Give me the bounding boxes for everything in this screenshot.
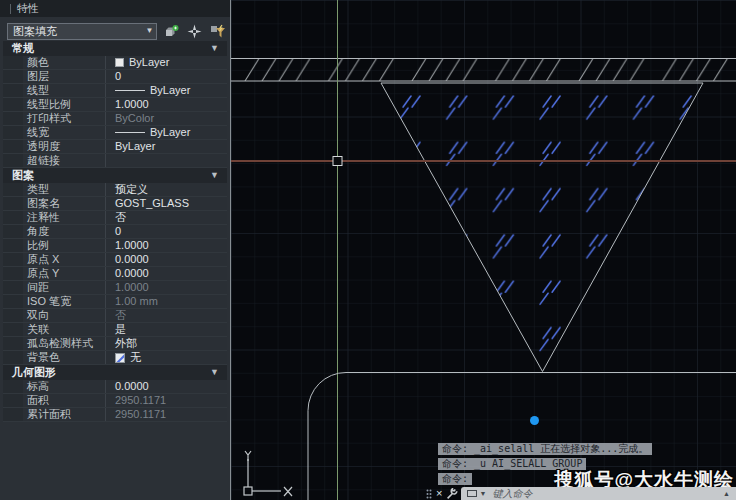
property-row[interactable]: 图案名GOST_GLASS xyxy=(3,197,227,211)
property-row[interactable]: 间距1.0000 xyxy=(3,281,227,295)
property-label: 背景色 xyxy=(3,351,106,364)
drag-handle-icon[interactable] xyxy=(426,489,432,499)
section-header[interactable]: 几何图形▼ xyxy=(3,365,227,380)
property-row[interactable]: 面积2950.1171 xyxy=(3,394,227,408)
property-row[interactable]: 原点 X0.0000 xyxy=(3,253,227,267)
property-row[interactable]: 线型比例1.0000 xyxy=(3,98,227,112)
property-row[interactable]: 线宽ByLayer xyxy=(3,126,227,140)
property-row[interactable]: 关联是 xyxy=(3,323,227,337)
chevron-down-icon: ▼ xyxy=(479,490,486,497)
quick-select-button[interactable] xyxy=(209,22,226,40)
property-row[interactable]: 图层0 xyxy=(3,70,227,84)
property-value[interactable]: 2950.1171 xyxy=(106,408,227,421)
drawing-geometry[interactable] xyxy=(231,0,736,500)
property-row[interactable]: 孤岛检测样式外部 xyxy=(3,337,227,351)
property-row[interactable]: 背景色无 xyxy=(3,351,227,365)
property-value-text: 0.0000 xyxy=(115,380,149,393)
property-row[interactable]: 原点 Y0.0000 xyxy=(3,267,227,281)
color-swatch-icon xyxy=(115,58,124,67)
property-value[interactable]: 外部 xyxy=(106,337,227,350)
command-input[interactable]: ▼ 键入命令 ▲ xyxy=(461,487,736,500)
palette-grip[interactable] xyxy=(10,4,11,14)
property-label: 线型 xyxy=(3,84,106,97)
property-label: 线宽 xyxy=(3,126,106,139)
property-value-text: 2950.1171 xyxy=(115,394,166,407)
drawing-canvas[interactable] xyxy=(231,0,736,500)
property-value-text: 0.0000 xyxy=(115,253,149,266)
chevron-down-icon[interactable]: ▼ xyxy=(210,365,219,380)
linetype-preview-icon xyxy=(115,132,145,133)
property-value[interactable]: 0 xyxy=(106,225,227,238)
section-header[interactable]: 图案▼ xyxy=(3,168,227,183)
property-value-text: 无 xyxy=(130,351,141,364)
property-label: 面积 xyxy=(3,394,106,407)
property-value-text: 预定义 xyxy=(115,183,148,196)
select-objects-icon xyxy=(187,24,202,39)
property-value[interactable]: 0.0000 xyxy=(106,380,227,393)
property-value[interactable]: ByLayer xyxy=(106,126,227,139)
toggle-pickadd-button[interactable] xyxy=(163,22,180,40)
recent-commands-button[interactable]: ▼ xyxy=(467,490,486,497)
property-row[interactable]: 角度0 xyxy=(3,225,227,239)
property-value[interactable]: ByColor xyxy=(106,112,227,125)
property-row[interactable]: 超链接 xyxy=(3,154,227,168)
property-value[interactable]: 是 xyxy=(106,323,227,336)
background-color-swatch-icon xyxy=(115,353,125,363)
quick-select-icon xyxy=(210,24,226,39)
property-value[interactable]: ByLayer xyxy=(106,56,227,69)
property-value-text: ByLayer xyxy=(129,56,169,69)
property-value-text: 1.00 mm xyxy=(115,295,158,308)
property-value[interactable]: 无 xyxy=(106,351,227,364)
property-row[interactable]: 比例1.0000 xyxy=(3,239,227,253)
property-row[interactable]: 类型预定义 xyxy=(3,183,227,197)
property-label: 原点 X xyxy=(3,253,106,266)
property-value[interactable]: 1.0000 xyxy=(106,98,227,111)
property-value[interactable]: 1.00 mm xyxy=(106,295,227,308)
chevron-down-icon[interactable]: ▼ xyxy=(146,27,154,35)
property-value[interactable]: GOST_GLASS xyxy=(106,197,227,210)
object-type-value: 图案填充 xyxy=(13,24,57,39)
close-icon[interactable]: × xyxy=(435,488,443,499)
property-value[interactable]: 2950.1171 xyxy=(106,394,227,407)
section-header[interactable]: 常规▼ xyxy=(3,41,227,56)
property-value[interactable]: 0.0000 xyxy=(106,253,227,266)
property-row[interactable]: 打印样式ByColor xyxy=(3,112,227,126)
wrench-icon[interactable] xyxy=(446,488,458,500)
property-value[interactable]: 否 xyxy=(106,211,227,224)
property-value-text: ByLayer xyxy=(150,126,190,139)
command-history-line: 命令: _ai_selall 正在选择对象...完成。 xyxy=(438,443,652,455)
property-label: 图层 xyxy=(3,70,106,83)
property-value[interactable]: 0 xyxy=(106,70,227,83)
property-row[interactable]: 注释性否 xyxy=(3,211,227,225)
blue-point[interactable] xyxy=(530,416,539,425)
section-title: 常规 xyxy=(12,41,34,56)
hatch-band[interactable] xyxy=(231,59,736,82)
property-label: 图案名 xyxy=(3,197,106,210)
property-value[interactable] xyxy=(106,154,227,167)
object-type-select[interactable]: 图案填充 ▼ xyxy=(7,23,157,40)
property-value[interactable]: ByLayer xyxy=(106,84,227,97)
property-row[interactable]: ISO 笔宽1.00 mm xyxy=(3,295,227,309)
palette-title-bar[interactable]: 特性 xyxy=(0,0,230,17)
chevron-down-icon[interactable]: ▼ xyxy=(210,41,219,56)
property-row[interactable]: 透明度ByLayer xyxy=(3,140,227,154)
select-objects-button[interactable] xyxy=(186,22,203,40)
property-row[interactable]: 颜色ByLayer xyxy=(3,56,227,70)
drawing-area[interactable]: 命令: _ai_selall 正在选择对象...完成。 命令: _u AI_SE… xyxy=(230,0,736,500)
property-value[interactable]: ByLayer xyxy=(106,140,227,153)
property-row[interactable]: 双向否 xyxy=(3,309,227,323)
property-label: 双向 xyxy=(3,309,106,322)
property-row[interactable]: 累计面积2950.1171 xyxy=(3,408,227,422)
property-value[interactable]: 1.0000 xyxy=(106,239,227,252)
chevron-down-icon[interactable]: ▼ xyxy=(210,168,219,183)
expand-history-icon[interactable]: ▲ xyxy=(723,490,730,497)
command-dock[interactable]: × ▼ 键入命令 ▲ xyxy=(426,487,736,500)
property-value[interactable]: 预定义 xyxy=(106,183,227,196)
property-value[interactable]: 0.0000 xyxy=(106,267,227,280)
property-value[interactable]: 否 xyxy=(106,309,227,322)
grip-square[interactable] xyxy=(333,157,342,166)
property-value[interactable]: 1.0000 xyxy=(106,281,227,294)
property-row[interactable]: 线型ByLayer xyxy=(3,84,227,98)
property-value-text: 0.0000 xyxy=(115,267,149,280)
property-row[interactable]: 标高0.0000 xyxy=(3,380,227,394)
